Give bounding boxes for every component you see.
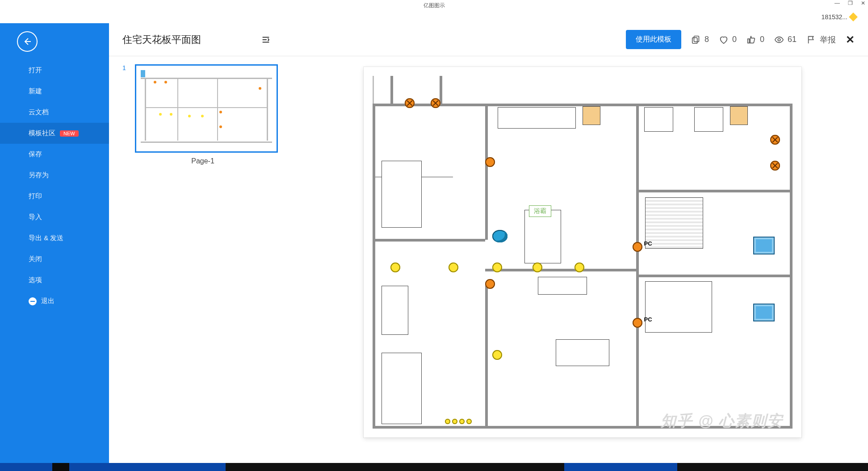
thumbs-count: 0	[760, 35, 764, 44]
likes-count: 0	[732, 35, 737, 44]
exit-icon	[29, 297, 37, 305]
copies-count: 8	[704, 35, 709, 44]
window-close-button[interactable]: ✕	[861, 0, 865, 6]
document-title: 住宅天花板平面图	[122, 33, 201, 46]
sidebar-item-label: 导入	[29, 213, 42, 221]
sidebar-item-label: 关闭	[29, 255, 42, 263]
sidebar-item-open[interactable]: 打开	[0, 60, 109, 81]
sidebar-item-label: 导出 & 发送	[29, 234, 63, 242]
sidebar-item-label: 另存为	[29, 171, 49, 179]
sidebar-item-label: 打印	[29, 192, 42, 200]
callout-pc2: PC	[644, 316, 652, 323]
callout-bath-heater: 浴霸	[529, 205, 551, 217]
sidebar-item-label: 退出	[41, 297, 55, 305]
sidebar-item-save[interactable]: 保存	[0, 144, 109, 165]
floorplan: 浴霸 PC PC	[373, 76, 793, 429]
drawing-canvas[interactable]: 浴霸 PC PC 知乎 @ 心素则安	[364, 67, 801, 438]
file-menu-sidebar: 打开 新建 云文档 模板社区 NEW 保存 另存为 打印 导入 导出 & 发送 …	[0, 23, 109, 463]
report-button[interactable]: 举报	[806, 34, 836, 45]
sidebar-item-label: 模板社区	[29, 129, 55, 138]
views-stat[interactable]: 61	[774, 35, 797, 45]
sidebar-item-label: 打开	[29, 66, 42, 75]
sidebar-item-templates[interactable]: 模板社区 NEW	[0, 123, 109, 144]
sidebar-item-label: 云文档	[29, 108, 49, 117]
sidebar-item-cloud[interactable]: 云文档	[0, 102, 109, 123]
sidebar-item-label: 保存	[29, 150, 42, 158]
svg-point-2	[778, 38, 780, 41]
page-thumbnails-panel: 1	[109, 56, 297, 463]
views-count: 61	[788, 35, 797, 44]
new-badge: NEW	[60, 130, 79, 137]
canvas-area[interactable]: 浴霸 PC PC 知乎 @ 心素则安	[297, 56, 868, 463]
sidebar-item-exit[interactable]: 退出	[0, 291, 109, 312]
back-button[interactable]	[17, 31, 38, 52]
window-title: 亿图图示	[424, 2, 445, 9]
user-id-label[interactable]: 181532...	[822, 13, 847, 21]
window-titlebar: 亿图图示 — ❐ ✕	[0, 0, 868, 11]
copies-stat[interactable]: 8	[691, 35, 709, 45]
window-controls: — ❐ ✕	[834, 0, 865, 6]
window-maximize-button[interactable]: ❐	[848, 0, 853, 6]
use-template-button[interactable]: 使用此模板	[626, 30, 681, 49]
sidebar-item-saveas[interactable]: 另存为	[0, 165, 109, 186]
sidebar-item-import[interactable]: 导入	[0, 207, 109, 228]
watermark: 知乎 @ 心素则安	[661, 411, 783, 431]
page-number: 1	[122, 64, 126, 71]
sidebar-item-label: 选项	[29, 276, 42, 284]
sidebar-item-new[interactable]: 新建	[0, 81, 109, 102]
window-minimize-button[interactable]: —	[834, 0, 840, 6]
report-label: 举报	[820, 34, 836, 45]
svg-rect-0	[694, 36, 699, 42]
template-toolbar: 住宅天花板平面图 使用此模板 8 0 0 61	[109, 23, 868, 56]
callout-pc1: PC	[644, 240, 652, 247]
outline-toggle-icon[interactable]	[260, 34, 272, 46]
sidebar-item-label: 新建	[29, 87, 42, 96]
sidebar-item-options[interactable]: 选项	[0, 270, 109, 291]
close-panel-button[interactable]: ✕	[846, 33, 855, 46]
user-bar: 181532...	[0, 11, 868, 23]
page-thumbnail-label: Page-1	[122, 157, 283, 165]
crown-icon	[849, 13, 858, 21]
svg-rect-1	[692, 38, 697, 43]
os-taskbar	[0, 463, 868, 471]
page-thumbnail-1[interactable]	[135, 64, 278, 153]
sidebar-item-print[interactable]: 打印	[0, 186, 109, 207]
sidebar-item-export[interactable]: 导出 & 发送	[0, 228, 109, 249]
likes-stat[interactable]: 0	[719, 35, 737, 45]
sidebar-item-close[interactable]: 关闭	[0, 249, 109, 270]
thumbs-stat[interactable]: 0	[746, 35, 764, 45]
